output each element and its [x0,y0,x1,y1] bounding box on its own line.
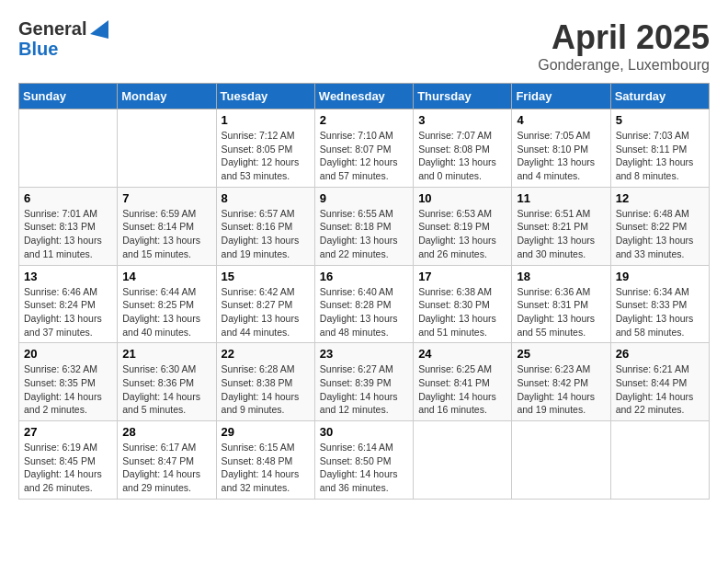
weekday-header-sunday: Sunday [19,84,118,109]
day-info: Sunrise: 7:07 AM Sunset: 8:08 PM Dayligh… [418,129,506,183]
calendar-day-8: 8Sunrise: 6:57 AM Sunset: 8:16 PM Daylig… [216,187,314,265]
calendar-table: SundayMondayTuesdayWednesdayThursdayFrid… [18,83,710,500]
day-info: Sunrise: 6:14 AM Sunset: 8:50 PM Dayligh… [320,441,408,495]
calendar-day-11: 11Sunrise: 6:51 AM Sunset: 8:21 PM Dayli… [512,187,610,265]
weekday-header-saturday: Saturday [610,84,709,109]
empty-cell [19,109,118,188]
day-number: 25 [517,347,605,361]
page-header: GeneralBlue April 2025 Gonderange, Luxem… [18,18,710,74]
calendar-week-5: 27Sunrise: 6:19 AM Sunset: 8:45 PM Dayli… [19,421,710,500]
day-info: Sunrise: 6:53 AM Sunset: 8:19 PM Dayligh… [418,207,506,261]
empty-cell [414,421,512,500]
weekday-header-thursday: Thursday [414,84,512,109]
day-info: Sunrise: 6:59 AM Sunset: 8:14 PM Dayligh… [122,207,210,261]
calendar-day-18: 18Sunrise: 6:36 AM Sunset: 8:31 PM Dayli… [512,265,610,343]
weekday-header-monday: Monday [118,84,216,109]
day-info: Sunrise: 7:12 AM Sunset: 8:05 PM Dayligh… [222,129,310,183]
title-block: April 2025 Gonderange, Luxembourg [538,18,710,74]
calendar-day-1: 1Sunrise: 7:12 AM Sunset: 8:05 PM Daylig… [216,109,314,188]
calendar-day-23: 23Sunrise: 6:27 AM Sunset: 8:39 PM Dayli… [314,343,413,421]
day-info: Sunrise: 7:10 AM Sunset: 8:07 PM Dayligh… [320,129,408,183]
day-number: 18 [517,270,605,283]
weekday-header-row: SundayMondayTuesdayWednesdayThursdayFrid… [19,84,710,109]
logo-blue: Blue [18,39,86,59]
day-number: 15 [222,270,310,283]
day-number: 11 [517,191,605,205]
calendar-day-4: 4Sunrise: 7:05 AM Sunset: 8:10 PM Daylig… [512,109,610,188]
day-info: Sunrise: 6:34 AM Sunset: 8:33 PM Dayligh… [616,285,704,339]
day-number: 2 [320,113,408,127]
day-number: 13 [24,270,112,283]
calendar-day-7: 7Sunrise: 6:59 AM Sunset: 8:14 PM Daylig… [118,187,216,265]
calendar-day-13: 13Sunrise: 6:46 AM Sunset: 8:24 PM Dayli… [19,265,118,343]
calendar-location: Gonderange, Luxembourg [538,57,710,74]
calendar-day-6: 6Sunrise: 7:01 AM Sunset: 8:13 PM Daylig… [19,187,118,265]
calendar-week-3: 13Sunrise: 6:46 AM Sunset: 8:24 PM Dayli… [19,265,710,343]
day-info: Sunrise: 6:36 AM Sunset: 8:31 PM Dayligh… [517,285,605,339]
calendar-day-24: 24Sunrise: 6:25 AM Sunset: 8:41 PM Dayli… [414,343,512,421]
day-info: Sunrise: 6:15 AM Sunset: 8:48 PM Dayligh… [222,441,310,495]
calendar-day-9: 9Sunrise: 6:55 AM Sunset: 8:18 PM Daylig… [314,187,413,265]
day-number: 1 [222,113,310,127]
day-number: 30 [320,425,408,439]
day-number: 10 [418,191,506,205]
day-info: Sunrise: 7:03 AM Sunset: 8:11 PM Dayligh… [616,129,704,183]
calendar-day-28: 28Sunrise: 6:17 AM Sunset: 8:47 PM Dayli… [118,421,216,500]
day-info: Sunrise: 6:23 AM Sunset: 8:42 PM Dayligh… [517,362,605,417]
day-info: Sunrise: 6:44 AM Sunset: 8:25 PM Dayligh… [122,285,210,339]
day-number: 9 [320,191,408,205]
calendar-day-29: 29Sunrise: 6:15 AM Sunset: 8:48 PM Dayli… [216,421,314,500]
day-number: 5 [616,113,704,127]
svg-marker-0 [90,20,108,39]
calendar-day-12: 12Sunrise: 6:48 AM Sunset: 8:22 PM Dayli… [610,187,709,265]
day-info: Sunrise: 6:21 AM Sunset: 8:44 PM Dayligh… [616,362,704,417]
calendar-day-27: 27Sunrise: 6:19 AM Sunset: 8:45 PM Dayli… [19,421,118,500]
day-info: Sunrise: 6:48 AM Sunset: 8:22 PM Dayligh… [616,207,704,261]
calendar-day-30: 30Sunrise: 6:14 AM Sunset: 8:50 PM Dayli… [314,421,413,500]
calendar-day-2: 2Sunrise: 7:10 AM Sunset: 8:07 PM Daylig… [314,109,413,188]
calendar-day-5: 5Sunrise: 7:03 AM Sunset: 8:11 PM Daylig… [610,109,709,188]
day-info: Sunrise: 6:28 AM Sunset: 8:38 PM Dayligh… [222,362,310,417]
day-number: 14 [122,270,210,283]
day-number: 16 [320,270,408,283]
empty-cell [118,109,216,188]
day-info: Sunrise: 6:51 AM Sunset: 8:21 PM Dayligh… [517,207,605,261]
day-info: Sunrise: 6:40 AM Sunset: 8:28 PM Dayligh… [320,285,408,339]
calendar-day-10: 10Sunrise: 6:53 AM Sunset: 8:19 PM Dayli… [414,187,512,265]
empty-cell [610,421,709,500]
day-info: Sunrise: 7:01 AM Sunset: 8:13 PM Dayligh… [24,207,112,261]
calendar-day-25: 25Sunrise: 6:23 AM Sunset: 8:42 PM Dayli… [512,343,610,421]
day-info: Sunrise: 6:25 AM Sunset: 8:41 PM Dayligh… [418,362,506,417]
day-info: Sunrise: 6:55 AM Sunset: 8:18 PM Dayligh… [320,207,408,261]
day-number: 21 [122,347,210,361]
calendar-day-26: 26Sunrise: 6:21 AM Sunset: 8:44 PM Dayli… [610,343,709,421]
day-info: Sunrise: 6:57 AM Sunset: 8:16 PM Dayligh… [222,207,310,261]
calendar-week-4: 20Sunrise: 6:32 AM Sunset: 8:35 PM Dayli… [19,343,710,421]
day-number: 12 [616,191,704,205]
day-number: 29 [222,425,310,439]
calendar-week-2: 6Sunrise: 7:01 AM Sunset: 8:13 PM Daylig… [19,187,710,265]
day-number: 7 [122,191,210,205]
weekday-header-friday: Friday [512,84,610,109]
day-number: 8 [222,191,310,205]
day-info: Sunrise: 7:05 AM Sunset: 8:10 PM Dayligh… [517,129,605,183]
weekday-header-wednesday: Wednesday [314,84,413,109]
logo: GeneralBlue [18,18,108,59]
calendar-day-16: 16Sunrise: 6:40 AM Sunset: 8:28 PM Dayli… [314,265,413,343]
calendar-day-14: 14Sunrise: 6:44 AM Sunset: 8:25 PM Dayli… [118,265,216,343]
day-number: 24 [418,347,506,361]
calendar-week-1: 1Sunrise: 7:12 AM Sunset: 8:05 PM Daylig… [19,109,710,188]
day-number: 6 [24,191,112,205]
day-info: Sunrise: 6:30 AM Sunset: 8:36 PM Dayligh… [122,362,210,417]
day-info: Sunrise: 6:38 AM Sunset: 8:30 PM Dayligh… [418,285,506,339]
day-info: Sunrise: 6:19 AM Sunset: 8:45 PM Dayligh… [24,441,112,495]
day-number: 3 [418,113,506,127]
day-number: 27 [24,425,112,439]
logo-general: General [18,18,86,39]
day-number: 28 [122,425,210,439]
empty-cell [512,421,610,500]
calendar-day-3: 3Sunrise: 7:07 AM Sunset: 8:08 PM Daylig… [414,109,512,188]
weekday-header-tuesday: Tuesday [216,84,314,109]
day-number: 19 [616,270,704,283]
day-number: 22 [222,347,310,361]
